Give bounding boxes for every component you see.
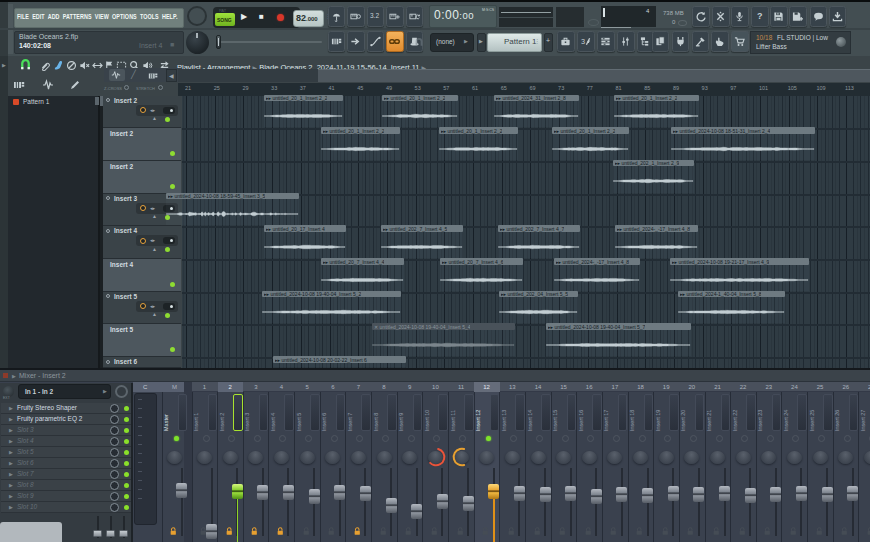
svg-text:3: 3 xyxy=(581,37,585,46)
